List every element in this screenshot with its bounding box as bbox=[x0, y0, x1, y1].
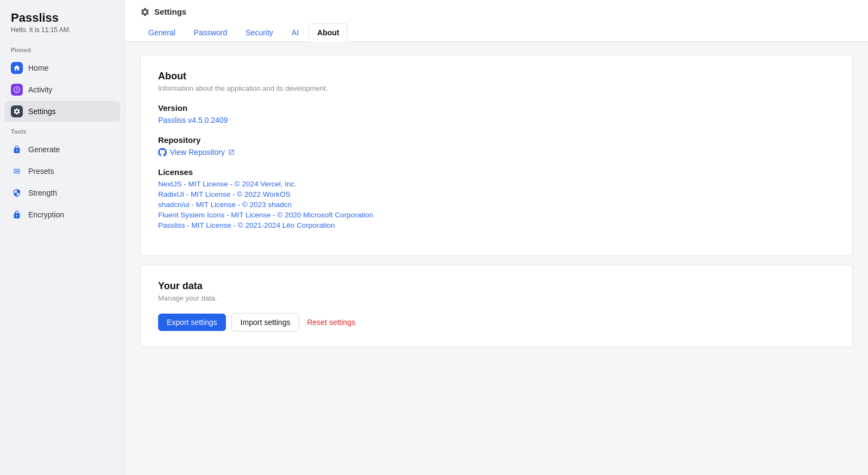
greeting: Hello. It is 11:15 AM. bbox=[11, 26, 114, 34]
view-repository-text: View Repository bbox=[170, 148, 225, 157]
settings-title: Settings bbox=[140, 7, 853, 23]
version-label: Version bbox=[158, 103, 835, 112]
sidebar-item-activity[interactable]: Activity bbox=[4, 79, 120, 100]
list-item: Passliss - MIT License - © 2021-2024 Léo… bbox=[158, 221, 835, 229]
sidebar-item-generate-label: Generate bbox=[28, 145, 60, 154]
app-name: Passliss bbox=[11, 11, 114, 25]
content-area: About Information about the application … bbox=[125, 42, 868, 475]
tab-ai[interactable]: AI bbox=[284, 23, 307, 42]
settings-icon bbox=[11, 105, 23, 117]
version-group: Version Passliss v4.5.0.2409 bbox=[158, 103, 835, 124]
list-item: Fluent System Icons - MIT License - © 20… bbox=[158, 211, 835, 219]
repository-group: Repository View Repository bbox=[158, 135, 835, 157]
about-card: About Information about the application … bbox=[140, 55, 853, 256]
view-repository-link[interactable]: View Repository bbox=[158, 148, 835, 157]
encryption-icon bbox=[11, 209, 23, 221]
activity-icon bbox=[11, 84, 23, 96]
main-area: Settings General Password Security AI Ab… bbox=[125, 0, 868, 475]
sidebar-item-settings-label: Settings bbox=[28, 107, 56, 116]
sidebar-item-home[interactable]: Home bbox=[4, 58, 120, 78]
licenses-label: Licenses bbox=[158, 167, 835, 177]
sidebar-item-home-label: Home bbox=[28, 64, 48, 72]
your-data-subtitle: Manage your data. bbox=[158, 294, 835, 302]
tab-security[interactable]: Security bbox=[237, 23, 281, 42]
sidebar: Passliss Hello. It is 11:15 AM. Pinned H… bbox=[0, 0, 125, 475]
reset-settings-button[interactable]: Reset settings bbox=[305, 314, 357, 331]
list-item: RadixUI - MIT License - © 2022 WorkOS bbox=[158, 190, 835, 198]
list-icon bbox=[11, 165, 23, 177]
sidebar-item-strength[interactable]: Strength bbox=[4, 183, 120, 203]
sidebar-item-settings[interactable]: Settings bbox=[4, 101, 120, 122]
sidebar-item-generate[interactable]: Generate bbox=[4, 139, 120, 160]
settings-header: Settings General Password Security AI Ab… bbox=[125, 0, 868, 42]
about-subtitle: Information about the application and it… bbox=[158, 84, 835, 92]
sidebar-item-presets[interactable]: Presets bbox=[4, 161, 120, 182]
list-item: shadcn/ui - MIT License - © 2023 shadcn bbox=[158, 201, 835, 209]
github-icon bbox=[158, 148, 167, 157]
sidebar-item-activity-label: Activity bbox=[28, 85, 52, 94]
tools-label: Tools bbox=[0, 124, 124, 137]
tab-general[interactable]: General bbox=[140, 23, 184, 42]
sidebar-item-strength-label: Strength bbox=[28, 189, 57, 197]
sidebar-brand: Passliss Hello. It is 11:15 AM. bbox=[0, 11, 124, 42]
your-data-card: Your data Manage your data. Export setti… bbox=[140, 265, 853, 347]
data-actions: Export settings Import settings Reset se… bbox=[158, 313, 835, 332]
version-value: Passliss v4.5.0.2409 bbox=[158, 116, 835, 124]
pinned-nav: Home Activity Settings bbox=[0, 55, 124, 124]
shield-icon bbox=[11, 187, 23, 199]
your-data-title: Your data bbox=[158, 280, 835, 292]
export-settings-button[interactable]: Export settings bbox=[158, 314, 226, 331]
import-settings-button[interactable]: Import settings bbox=[231, 313, 300, 332]
about-title: About bbox=[158, 71, 835, 82]
lock-icon bbox=[11, 143, 23, 155]
sidebar-item-presets-label: Presets bbox=[28, 167, 54, 176]
settings-tabs: General Password Security AI About bbox=[140, 23, 853, 41]
tools-nav: Generate Presets Strength bbox=[0, 137, 124, 227]
sidebar-item-encryption[interactable]: Encryption bbox=[4, 204, 120, 225]
external-link-icon bbox=[228, 149, 235, 155]
tab-about[interactable]: About bbox=[309, 23, 347, 42]
pinned-label: Pinned bbox=[0, 42, 124, 55]
sidebar-item-encryption-label: Encryption bbox=[28, 210, 64, 219]
repository-label: Repository bbox=[158, 135, 835, 145]
licenses-list: NextJS - MIT License - © 2024 Vercel, In… bbox=[158, 180, 835, 229]
licenses-group: Licenses NextJS - MIT License - © 2024 V… bbox=[158, 167, 835, 229]
settings-gear-icon bbox=[140, 7, 150, 17]
tab-password[interactable]: Password bbox=[186, 23, 235, 42]
list-item: NextJS - MIT License - © 2024 Vercel, In… bbox=[158, 180, 835, 188]
home-icon bbox=[11, 62, 23, 74]
